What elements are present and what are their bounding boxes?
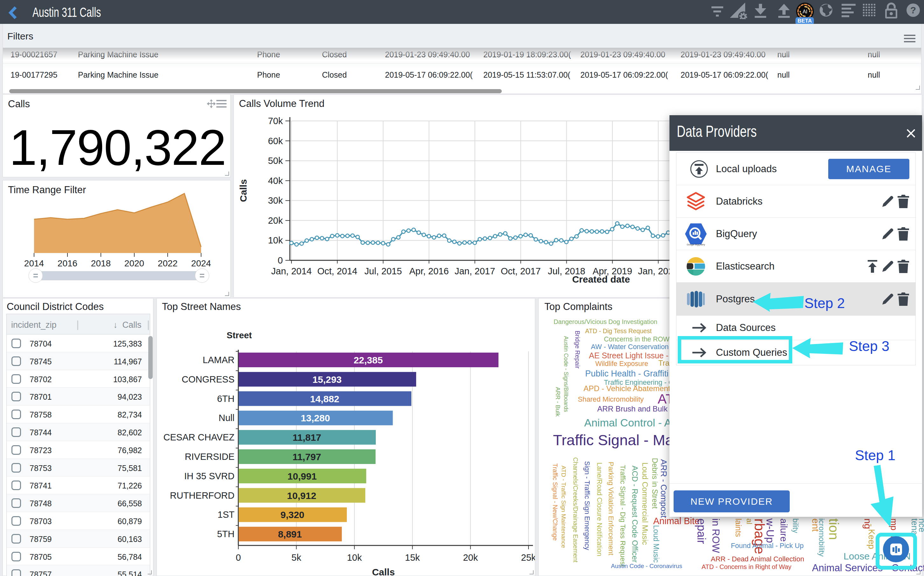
svg-text:Street: Street <box>227 330 252 340</box>
svg-text:5TH: 5TH <box>217 529 235 539</box>
svg-text:0: 0 <box>236 552 241 563</box>
svg-text:2024: 2024 <box>191 258 211 268</box>
svg-text:Jul, 2015: Jul, 2015 <box>364 266 402 276</box>
svg-text:2016: 2016 <box>58 258 77 268</box>
svg-text:CONGRESS: CONGRESS <box>182 374 235 384</box>
svg-text:60k: 60k <box>268 136 283 146</box>
svg-text:RIVERSIDE: RIVERSIDE <box>185 451 235 462</box>
svg-text:CESAR CHAVEZ: CESAR CHAVEZ <box>163 432 235 442</box>
svg-text:1ST: 1ST <box>217 509 235 520</box>
svg-text:10,912: 10,912 <box>287 490 316 501</box>
svg-text:50k: 50k <box>268 155 283 166</box>
svg-text:70k: 70k <box>268 116 283 126</box>
svg-text:Null: Null <box>219 413 235 423</box>
svg-text:Created date: Created date <box>572 274 630 285</box>
svg-text:Oct, 2014: Oct, 2014 <box>317 266 357 276</box>
svg-text:9,320: 9,320 <box>280 509 304 520</box>
svg-text:2020: 2020 <box>125 258 144 268</box>
svg-text:20k: 20k <box>463 552 478 563</box>
svg-text:10,991: 10,991 <box>288 471 317 482</box>
svg-text:15,293: 15,293 <box>312 374 342 385</box>
svg-text:15k: 15k <box>405 552 420 563</box>
svg-text:22,385: 22,385 <box>353 355 383 365</box>
svg-text:Oct, 2017: Oct, 2017 <box>501 266 541 276</box>
svg-text:Jan, 2014: Jan, 2014 <box>271 266 312 276</box>
svg-text:0: 0 <box>278 255 283 266</box>
svg-text:LAMAR: LAMAR <box>203 355 235 365</box>
svg-text:8,891: 8,891 <box>278 529 302 539</box>
svg-text:13,280: 13,280 <box>301 413 330 423</box>
svg-text:11,797: 11,797 <box>293 451 321 462</box>
svg-text:2018: 2018 <box>91 258 111 268</box>
svg-text:?: ? <box>910 5 916 15</box>
svg-text:10k: 10k <box>268 235 283 245</box>
svg-text:RUTHERFORD: RUTHERFORD <box>170 490 235 501</box>
svg-text:Apr, 2016: Apr, 2016 <box>409 266 449 276</box>
svg-text:14,882: 14,882 <box>310 394 339 404</box>
svg-text:Jan, 2017: Jan, 2017 <box>455 266 495 276</box>
svg-text:5k: 5k <box>291 552 301 563</box>
svg-text:30k: 30k <box>268 195 283 206</box>
svg-text:Calls: Calls <box>238 179 248 202</box>
svg-text:AI: AI <box>803 9 807 14</box>
svg-text:11,817: 11,817 <box>293 432 321 443</box>
svg-text:25k: 25k <box>521 552 535 563</box>
svg-text:10k: 10k <box>347 552 362 563</box>
svg-text:Google BigQuery: Google BigQuery <box>687 243 705 246</box>
svg-text:2014: 2014 <box>24 258 44 268</box>
svg-text:IH 35 SVRD: IH 35 SVRD <box>184 471 235 481</box>
svg-text:40k: 40k <box>268 176 283 186</box>
svg-text:2022: 2022 <box>158 258 177 268</box>
svg-text:20k: 20k <box>268 216 283 226</box>
svg-text:6TH: 6TH <box>217 394 235 404</box>
svg-text:Calls: Calls <box>372 567 395 576</box>
